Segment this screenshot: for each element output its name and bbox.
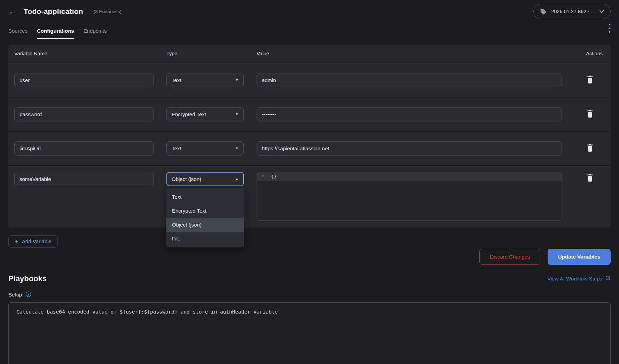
line-number: 1 <box>261 174 264 179</box>
version-label: 2026.01.27.862 - ... <box>551 9 595 14</box>
json-content: {} <box>271 174 277 179</box>
variable-value-input[interactable] <box>257 73 562 87</box>
type-select-value: Object (json) <box>172 176 201 182</box>
variable-name-input[interactable] <box>14 73 154 87</box>
variable-value-input[interactable] <box>257 107 562 121</box>
add-variable-button[interactable]: + Add Variable <box>8 235 58 248</box>
chevron-down-icon: ▼ <box>235 79 238 82</box>
variable-name-input[interactable] <box>14 172 154 186</box>
plus-icon: + <box>15 238 18 244</box>
back-icon[interactable]: ← <box>8 7 17 16</box>
column-value: Value <box>257 51 562 56</box>
external-link-icon <box>605 275 611 282</box>
trash-icon <box>586 109 594 118</box>
page-title: Todo-application <box>24 7 83 16</box>
tag-icon <box>540 8 547 15</box>
column-variable-name: Variable Name <box>14 51 154 56</box>
column-actions: Actions <box>575 51 605 56</box>
type-select-value: Encrypted Text <box>172 111 206 117</box>
delete-variable-button[interactable] <box>585 172 595 184</box>
variable-value-input[interactable] <box>257 141 562 156</box>
table-row: Text ▼ <box>8 132 611 166</box>
trash-icon <box>586 143 594 152</box>
discard-changes-button[interactable]: Discard Changes <box>479 249 540 265</box>
playbooks-title: Playbooks <box>8 274 47 283</box>
chevron-down-icon: ▼ <box>235 147 238 150</box>
variables-panel: Variable Name Type Value Actions Text ▼ … <box>8 45 611 228</box>
type-select-value: Text <box>172 77 181 83</box>
delete-variable-button[interactable] <box>585 74 595 86</box>
workflow-link-label: View AI Workflow Steps <box>547 276 602 282</box>
table-row: Object (json) ▲ Text Encrypted Text Obje… <box>8 166 611 228</box>
update-variables-button[interactable]: Update Variables <box>548 249 611 265</box>
tab-endpoints[interactable]: Endpoints <box>84 28 107 39</box>
variable-name-input[interactable] <box>14 141 154 156</box>
type-select-value: Text <box>172 145 181 151</box>
column-type: Type <box>166 51 244 56</box>
app-header: ← Todo-application (8 Endpoints) 2026.01… <box>0 0 619 19</box>
delete-variable-button[interactable] <box>585 108 595 120</box>
tab-bar: Sources Configurations Endpoints ••• <box>0 23 619 39</box>
setup-playbook-input[interactable]: Calculate base64 encoded value of ${user… <box>8 302 611 364</box>
json-value-editor[interactable]: 1 {} <box>257 172 562 221</box>
table-row: Encrypted Text ▼ <box>8 97 611 132</box>
type-select[interactable]: Text ▼ <box>166 141 244 156</box>
tab-configurations[interactable]: Configurations <box>37 28 74 39</box>
menu-item-object-json[interactable]: Object (json) <box>166 218 244 232</box>
view-ai-workflow-steps-link[interactable]: View AI Workflow Steps <box>547 275 611 282</box>
menu-item-file[interactable]: File <box>166 232 244 246</box>
trash-icon <box>586 75 594 84</box>
menu-item-text[interactable]: Text <box>166 190 244 204</box>
chevron-up-icon: ▲ <box>235 177 238 181</box>
json-editor-line: 1 {} <box>257 172 562 181</box>
type-select[interactable]: Text ▼ <box>166 73 244 87</box>
trash-icon <box>586 173 594 182</box>
chevron-down-icon: ▼ <box>235 113 238 116</box>
type-select-open[interactable]: Object (json) ▲ <box>166 172 244 186</box>
variable-name-input[interactable] <box>14 107 154 121</box>
tab-sources[interactable]: Sources <box>8 28 28 39</box>
table-header: Variable Name Type Value Actions <box>8 45 611 63</box>
info-icon[interactable] <box>25 291 31 298</box>
menu-item-encrypted-text[interactable]: Encrypted Text <box>166 204 244 218</box>
delete-variable-button[interactable] <box>585 142 595 155</box>
endpoints-count: (8 Endpoints) <box>94 9 122 14</box>
type-dropdown-menu: Text Encrypted Text Object (json) File <box>166 188 244 247</box>
chevron-down-icon <box>600 10 604 13</box>
version-selector[interactable]: 2026.01.27.862 - ... <box>533 4 611 19</box>
add-variable-label: Add Variable <box>22 238 52 244</box>
setup-label: Setup <box>8 292 22 298</box>
more-options-icon[interactable]: ••• <box>609 23 611 39</box>
table-row: Text ▼ <box>8 63 611 97</box>
type-select[interactable]: Encrypted Text ▼ <box>166 107 244 121</box>
